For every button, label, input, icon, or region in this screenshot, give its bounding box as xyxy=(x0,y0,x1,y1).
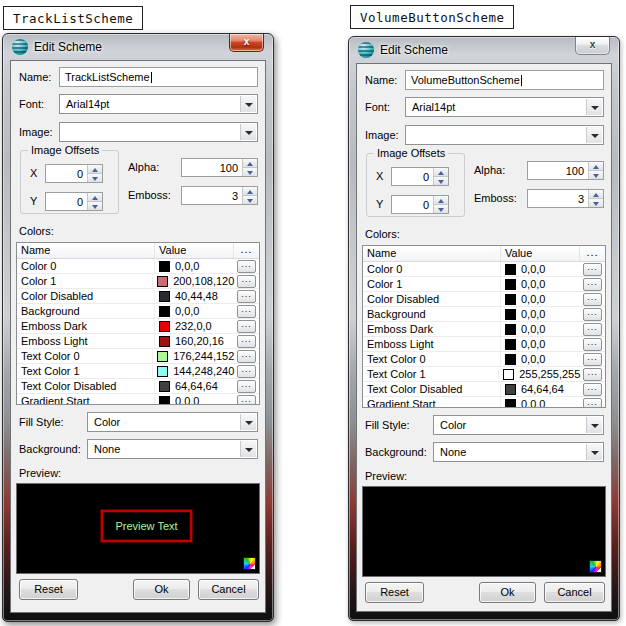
colors-table[interactable]: Name Value ... Color 00,0,0...Color 10,0… xyxy=(362,245,606,408)
x-offset-stepper[interactable]: 0 xyxy=(391,167,449,186)
color-edit-button[interactable]: ... xyxy=(583,323,602,336)
color-edit-button[interactable]: ... xyxy=(583,263,602,276)
color-row[interactable]: Background0,0,0... xyxy=(17,304,259,319)
color-edit-button[interactable]: ... xyxy=(583,278,602,291)
cancel-button[interactable]: Cancel xyxy=(198,579,259,600)
alpha-stepper[interactable]: 100 xyxy=(527,161,604,180)
image-dropdown[interactable] xyxy=(59,122,258,142)
column-header-more[interactable]: ... xyxy=(580,246,605,261)
color-row[interactable]: Color 1200,108,120... xyxy=(17,274,259,289)
ok-button[interactable]: Ok xyxy=(133,579,190,600)
color-row[interactable]: Text Color Disabled64,64,64... xyxy=(17,379,259,394)
color-edit-button[interactable]: ... xyxy=(583,398,602,409)
spin-down-icon[interactable] xyxy=(434,205,448,213)
color-row[interactable]: Text Color 0176,244,152... xyxy=(17,349,259,364)
color-picker-icon[interactable] xyxy=(243,557,256,570)
color-edit-button[interactable]: ... xyxy=(583,338,602,351)
color-row[interactable]: Text Color 1255,255,255... xyxy=(363,367,605,382)
fill-style-dropdown[interactable]: Color xyxy=(433,415,604,435)
alpha-label: Alpha: xyxy=(474,164,505,176)
color-row[interactable]: Emboss Light0,0,0... xyxy=(363,337,605,352)
column-header-name[interactable]: Name xyxy=(363,246,501,261)
color-edit-button[interactable]: ... xyxy=(237,260,256,273)
color-edit-button[interactable]: ... xyxy=(237,290,256,303)
emboss-stepper[interactable]: 3 xyxy=(181,186,258,205)
color-edit-button[interactable]: ... xyxy=(237,365,256,378)
reset-button[interactable]: Reset xyxy=(365,582,424,603)
cancel-button[interactable]: Cancel xyxy=(544,582,605,603)
y-offset-stepper[interactable]: 0 xyxy=(45,192,103,211)
image-dropdown[interactable] xyxy=(405,125,604,145)
color-edit-button[interactable]: ... xyxy=(583,293,602,306)
y-offset-stepper[interactable]: 0 xyxy=(391,195,449,214)
color-edit-button[interactable]: ... xyxy=(237,305,256,318)
color-edit-button[interactable]: ... xyxy=(237,335,256,348)
spin-up-icon[interactable] xyxy=(589,162,603,171)
color-row[interactable]: Emboss Light160,20,16... xyxy=(17,334,259,349)
color-row[interactable]: Color Disabled0,0,0... xyxy=(363,292,605,307)
spin-up-icon[interactable] xyxy=(243,159,257,168)
colors-table[interactable]: Name Value ... Color 00,0,0...Color 1200… xyxy=(16,242,260,405)
spin-down-icon[interactable] xyxy=(589,199,603,207)
colors-table-header[interactable]: Name Value ... xyxy=(363,246,605,262)
spin-up-icon[interactable] xyxy=(434,168,448,177)
reset-button[interactable]: Reset xyxy=(19,579,78,600)
spin-down-icon[interactable] xyxy=(243,168,257,176)
spin-down-icon[interactable] xyxy=(589,171,603,179)
color-edit-button[interactable]: ... xyxy=(237,380,256,393)
color-row[interactable]: Gradient Start0,0,0... xyxy=(363,397,605,408)
color-row[interactable]: Text Color Disabled64,64,64... xyxy=(363,382,605,397)
color-row-value: 0,0,0 xyxy=(155,395,234,405)
spin-down-icon[interactable] xyxy=(88,202,102,210)
spin-down-icon[interactable] xyxy=(243,196,257,204)
spin-up-icon[interactable] xyxy=(589,190,603,199)
color-edit-button[interactable]: ... xyxy=(583,368,602,381)
close-button[interactable]: x xyxy=(229,34,264,52)
titlebar[interactable]: Edit Scheme x xyxy=(3,34,273,60)
column-header-value[interactable]: Value xyxy=(501,246,580,261)
color-row[interactable]: Color 00,0,0... xyxy=(17,259,259,274)
titlebar[interactable]: Edit Scheme x xyxy=(349,37,619,63)
color-row[interactable]: Emboss Dark232,0,0... xyxy=(17,319,259,334)
column-header-name[interactable]: Name xyxy=(17,243,155,258)
color-edit-button[interactable]: ... xyxy=(237,275,256,288)
color-edit-button[interactable]: ... xyxy=(237,350,256,363)
x-offset-stepper[interactable]: 0 xyxy=(45,164,103,183)
emboss-stepper[interactable]: 3 xyxy=(527,189,604,208)
color-edit-button[interactable]: ... xyxy=(583,308,602,321)
alpha-stepper[interactable]: 100 xyxy=(181,158,258,177)
color-row-value: 0,0,0 xyxy=(501,278,580,290)
background-dropdown[interactable]: None xyxy=(87,439,258,459)
color-row[interactable]: Color 10,0,0... xyxy=(363,277,605,292)
colors-table-header[interactable]: Name Value ... xyxy=(17,243,259,259)
name-input[interactable]: VolumeButtonScheme xyxy=(405,70,604,90)
color-row-more-cell: ... xyxy=(234,320,259,333)
spin-up-icon[interactable] xyxy=(88,165,102,174)
color-row[interactable]: Color Disabled40,44,48... xyxy=(17,289,259,304)
color-row[interactable]: Text Color 1144,248,240... xyxy=(17,364,259,379)
ok-button[interactable]: Ok xyxy=(479,582,536,603)
spin-up-icon[interactable] xyxy=(88,193,102,202)
color-edit-button[interactable]: ... xyxy=(237,395,256,406)
color-row[interactable]: Background0,0,0... xyxy=(363,307,605,322)
color-edit-button[interactable]: ... xyxy=(583,383,602,396)
color-edit-button[interactable]: ... xyxy=(583,353,602,366)
font-dropdown[interactable]: Arial14pt xyxy=(59,94,258,114)
spin-up-icon[interactable] xyxy=(243,187,257,196)
color-row[interactable]: Text Color 00,0,0... xyxy=(363,352,605,367)
spin-down-icon[interactable] xyxy=(88,174,102,182)
color-row[interactable]: Color 00,0,0... xyxy=(363,262,605,277)
column-header-value[interactable]: Value xyxy=(155,243,234,258)
column-header-more[interactable]: ... xyxy=(234,243,259,258)
spin-up-icon[interactable] xyxy=(434,196,448,205)
color-edit-button[interactable]: ... xyxy=(237,320,256,333)
background-dropdown[interactable]: None xyxy=(433,442,604,462)
color-row[interactable]: Emboss Dark0,0,0... xyxy=(363,322,605,337)
close-button[interactable]: x xyxy=(575,37,610,55)
font-dropdown[interactable]: Arial14pt xyxy=(405,97,604,117)
name-input[interactable]: TrackListScheme xyxy=(59,67,258,87)
fill-style-dropdown[interactable]: Color xyxy=(87,412,258,432)
spin-down-icon[interactable] xyxy=(434,177,448,185)
color-row[interactable]: Gradient Start0,0,0... xyxy=(17,394,259,405)
color-picker-icon[interactable] xyxy=(589,560,602,573)
